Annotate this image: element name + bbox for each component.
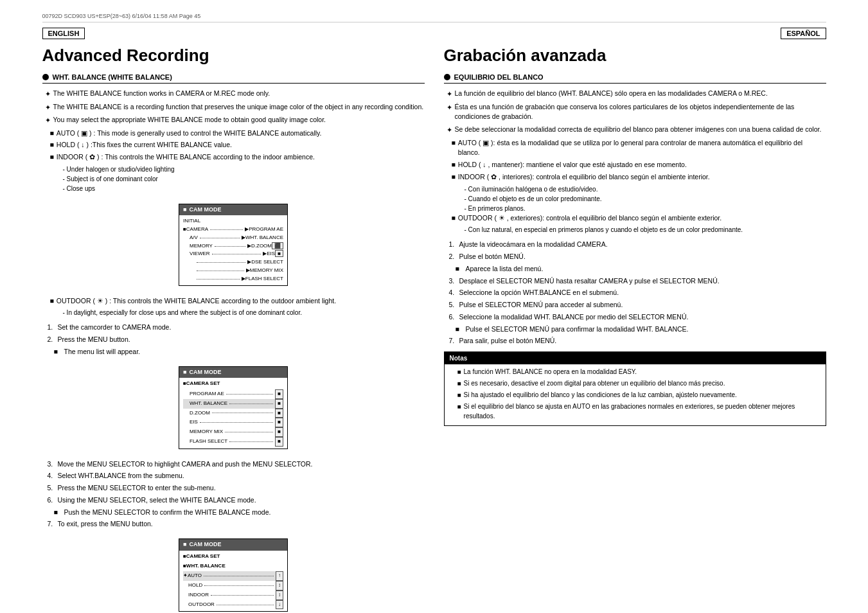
cm2-subheader: ■CAMERA SET — [183, 380, 283, 388]
step-en-3: 3. Move the MENU SELECTOR to highlight C… — [48, 459, 425, 470]
cam-mode-header-3: ■ CAM MODE — [179, 539, 287, 551]
outdoor-text: OUTDOOR ( ☀ ) : This controls the WHITE … — [57, 296, 336, 306]
outdoor-sub-1: - In daylight, especially for close ups … — [42, 308, 425, 317]
step-es-2b: ■ Aparece la lista del menú. — [449, 264, 826, 274]
step-es-2: 2. Pulse el botón MENÚ. — [449, 252, 826, 262]
cm1-flash: ▶FLASH SELECT — [183, 275, 283, 283]
step-text-en-7: To exit, press the MENU button. — [58, 519, 153, 529]
cross-sym-3: ✦ — [45, 115, 51, 126]
cam-mode-box-3: ■ CAM MODE ■CAMERA SET ■WHT. BALANCE ✦AU… — [179, 538, 288, 612]
step-es-7: 7. Para salir, pulse el botón MENÚ. — [449, 336, 826, 346]
english-steps: 1. Set the camcorder to CAMERA mode. 2. … — [42, 323, 425, 357]
indoor-es-sub-3: - En primeros planos. — [444, 204, 826, 213]
cam-mode-body-3: ■CAMERA SET ■WHT. BALANCE ✦AUTO↑ HOLD↕ I… — [179, 551, 287, 612]
step-text-en-2b: The menu list will appear. — [64, 347, 140, 357]
cam-mode-icon-1: ■ — [183, 206, 186, 215]
step-text-en-4: Select WHT.BALANCE from the submenu. — [58, 471, 184, 481]
english-wht-heading-text: WHT. BALANCE (WHITE BALANCE) — [53, 73, 172, 81]
step-sym-6b: ■ — [54, 508, 62, 518]
es-note-2: ■ Si es necesario, desactive el zoom dig… — [450, 378, 820, 388]
auto-item-es: ■ AUTO ( ▣ ): ésta es la modalidad que s… — [444, 138, 826, 159]
cm3-subheader: ■CAMERA SET — [183, 553, 283, 561]
espanol-badge: ESPAÑOL — [781, 28, 826, 39]
step-es-4: 4. Seleccione la opción WHT.BALANCE en e… — [449, 288, 826, 298]
step-num-3: 3. — [48, 459, 55, 470]
cm3-outdoor: OUTDOOR↓ — [183, 600, 283, 610]
indoor-es-sub-1: - Con iluminación halógena o de estudio/… — [444, 184, 826, 194]
bullet-circle-en — [42, 74, 49, 80]
cm3-subheader2: ■WHT. BALANCE — [183, 562, 283, 571]
indoor-item: ■ INDOOR ( ✿ ) : This controls the WHITE… — [42, 152, 425, 163]
espanol-wht-heading-text: EQUILIBRIO DEL BLANCO — [454, 73, 544, 81]
hold-item-es: ■ HOLD ( ↓ , mantener): mantiene el valo… — [444, 160, 826, 170]
cam-mode-diagram-1: ■ CAM MODE INITIAL ■CAMERA▶PROGRAM AE A/… — [42, 199, 425, 291]
cam-mode-icon-2: ■ — [183, 368, 186, 377]
espanol-steps: 1. Ajuste la videocámara en la modalidad… — [444, 240, 826, 346]
cross-item-es-2: ✦ Ésta es una función de grabación que c… — [444, 102, 826, 123]
english-content: ✦ The WHITE BALANCE function works in CA… — [42, 89, 425, 613]
cross-item-2: ✦ The WHITE BALANCE is a recording funct… — [42, 102, 425, 113]
cm1-dse: ▶DSE SELECT — [183, 258, 283, 267]
auto-item: ■ AUTO ( ▣ ) : This mode is generally us… — [42, 129, 425, 139]
step-es-6b: ■ Pulse el SELECTOR MENÚ para confirmar … — [449, 324, 826, 335]
espanol-notes-header: Notas — [445, 352, 826, 364]
cross-item-es-3: ✦ Se debe seleccionar la modalidad corre… — [444, 125, 826, 136]
step-sym-2b: ■ — [54, 347, 62, 357]
step-en-6b: ■ Push the MENU SELECTOR to confirm the … — [48, 508, 425, 518]
espanol-notes-content: ■ La función WHT. BALANCE no opera en la… — [445, 364, 826, 425]
cm2-memix: MEMORY MIX■ — [183, 427, 283, 437]
top-bar: 00792D SCD903 US+ESP(28~63) 6/16/04 11:5… — [42, 13, 826, 22]
step-text-en-1: Set the camcorder to CAMERA mode. — [58, 323, 172, 333]
step-text-en-3: Move the MENU SELECTOR to highlight CAME… — [58, 459, 313, 470]
auto-text: AUTO ( ▣ ) : This mode is generally used… — [57, 129, 322, 139]
step-en-1: 1. Set the camcorder to CAMERA mode. — [48, 323, 425, 333]
bullet-circle-es — [444, 74, 450, 80]
step-num-5: 5. — [48, 483, 55, 493]
step-en-7: 7. To exit, press the MENU button. — [48, 519, 425, 529]
step-text-en-2: Press the MENU button. — [58, 335, 130, 345]
espanol-wht-heading: EQUILIBRIO DEL BLANCO — [444, 73, 826, 84]
cm3-hold: HOLD↕ — [183, 581, 283, 591]
cross-text-1: The WHITE BALANCE function works in CAME… — [53, 89, 270, 100]
indoor-sub-3: - Close ups — [42, 184, 425, 193]
cam-mode-title-3: CAM MODE — [189, 540, 221, 549]
cross-item-1: ✦ The WHITE BALANCE function works in CA… — [42, 89, 425, 100]
cm2-eis: EIS■ — [183, 418, 283, 427]
cam-mode-icon-3: ■ — [183, 540, 186, 549]
english-badge: ENGLISH — [42, 28, 85, 39]
cm1-av: A/V▶WHT. BALANCE — [183, 234, 283, 242]
step-en-2b: ■ The menu list will appear. — [48, 347, 425, 357]
step-en-5: 5. Press the MENU SELECTOR to enter the … — [48, 483, 425, 493]
espanol-column: Grabación avanzada EQUILIBRIO DEL BLANCO… — [444, 46, 826, 613]
cm1-camera: ■CAMERA▶PROGRAM AE — [183, 226, 283, 234]
cross-sym-1: ✦ — [45, 89, 51, 100]
hold-text: HOLD ( ↓ ) :This fixes the current WHITE… — [57, 140, 232, 150]
cross-item-es-1: ✦ La función de equilibrio del blanco (W… — [444, 89, 826, 100]
outdoor-item: ■ OUTDOOR ( ☀ ) : This controls the WHIT… — [42, 296, 425, 306]
english-column: Advanced Recording WHT. BALANCE (WHITE B… — [42, 46, 425, 613]
cm2-program: PROGRAM AE■ — [183, 389, 283, 399]
outdoor-es-sub-1: - Con luz natural, en especial en primer… — [444, 225, 826, 235]
top-bar-text: 00792D SCD903 US+ESP(28~63) 6/16/04 11:5… — [42, 13, 201, 19]
step-es-1: 1. Ajuste la videocámara en la modalidad… — [449, 240, 826, 250]
step-num-6: 6. — [48, 495, 55, 506]
step-en-4: 4. Select WHT.BALANCE from the submenu. — [48, 471, 425, 481]
auto-sym: ■ — [50, 129, 54, 139]
indoor-sub-2: - Subject is of one dominant color — [42, 174, 425, 184]
hold-sym: ■ — [50, 140, 54, 150]
cross-text-2: The WHITE BALANCE is a recording functio… — [53, 102, 424, 113]
espanol-content: ✦ La función de equilibrio del blanco (W… — [444, 89, 826, 426]
cm1-viewer: VIEWER▶EIS■ — [183, 250, 283, 258]
espanol-notes-box: Notas ■ La función WHT. BALANCE no opera… — [444, 351, 826, 426]
step-num-4: 4. — [48, 471, 55, 481]
cm2-dzoom: D.ZOOM■ — [183, 409, 283, 418]
indoor-item-es: ■ INDOOR ( ✿ , interiores): controla el … — [444, 172, 826, 182]
cam-mode-body-2: ■CAMERA SET PROGRAM AE■ WHT. BALANCE■ D.… — [179, 378, 287, 449]
outdoor-item-es: ■ OUTDOOR ( ☀ , exteriores): controla el… — [444, 213, 826, 224]
es-note-1: ■ La función WHT. BALANCE no opera en la… — [450, 367, 820, 377]
cross-sym-2: ✦ — [45, 102, 51, 113]
cam-mode-diagram-3: ■ CAM MODE ■CAMERA SET ■WHT. BALANCE ✦AU… — [42, 533, 425, 613]
step-num-1: 1. — [48, 323, 55, 333]
cross-item-3: ✦ You may select the appropriate WHITE B… — [42, 115, 425, 126]
header-row: ENGLISH ESPAÑOL — [42, 28, 826, 39]
